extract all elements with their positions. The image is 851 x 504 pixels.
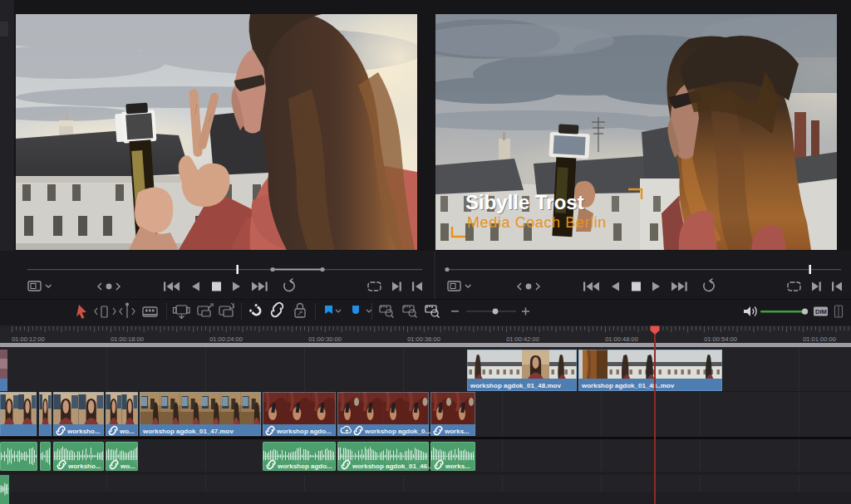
svg-text:wo...: wo... bbox=[119, 428, 135, 435]
svg-text:works...: works... bbox=[445, 462, 470, 470]
svg-text:worksho...: worksho... bbox=[66, 428, 101, 435]
svg-text:workshop agdo...: workshop agdo... bbox=[277, 462, 332, 470]
svg-text:works...: works... bbox=[444, 428, 470, 435]
svg-text:workshop agdo...: workshop agdo... bbox=[276, 428, 332, 435]
svg-text:workshop agdok_01_47.mov: workshop agdok_01_47.mov bbox=[142, 428, 234, 435]
svg-text:worksho...: worksho... bbox=[67, 462, 101, 470]
svg-text:workshop agdok_0...: workshop agdok_0... bbox=[364, 428, 430, 435]
svg-text:workshop agdok_01_46...: workshop agdok_01_46... bbox=[352, 462, 433, 470]
svg-text:workshop agdok_01_48..mov: workshop agdok_01_48..mov bbox=[581, 382, 675, 389]
svg-text:workshop agdok_01_48.mov: workshop agdok_01_48.mov bbox=[470, 382, 561, 389]
svg-text:wo...: wo... bbox=[120, 462, 135, 470]
